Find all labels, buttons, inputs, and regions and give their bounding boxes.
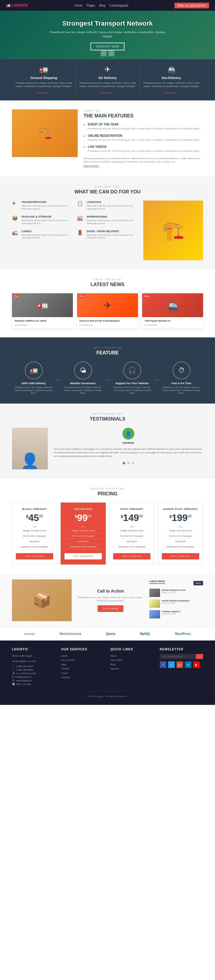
service-title: Ground Shipping bbox=[15, 76, 72, 80]
nav-blog[interactable]: Blog bbox=[99, 4, 106, 7]
nav-contact[interactable]: Contact/guard bbox=[109, 4, 128, 7]
news-card-2[interactable]: Blog ✈ IACULIS MOLESTIE SCELERISQUE In p… bbox=[77, 293, 138, 328]
testimonials-title: TESTIMONIALS bbox=[12, 416, 203, 422]
plan-price: $ 149 00 bbox=[113, 513, 151, 522]
dot-3[interactable] bbox=[132, 462, 134, 465]
service-read-more[interactable]: Read More › bbox=[101, 92, 114, 94]
pricing-fast: FAST FREIGHT $ 149 00 /mo Single Covered… bbox=[109, 503, 154, 565]
latest-item-image-2 bbox=[149, 600, 160, 608]
news-badge-2: Blog bbox=[78, 294, 85, 298]
plan-cta-button[interactable]: GET STARTED bbox=[64, 553, 102, 560]
google-plus-button[interactable]: g+ bbox=[176, 661, 183, 668]
service-read-more[interactable]: Read More › bbox=[165, 92, 178, 94]
cta-title: Call to Action bbox=[78, 589, 143, 593]
footer-hours: 🕐 Mon - Sunday bbox=[12, 683, 55, 686]
feature-3: Insurance bbox=[64, 539, 102, 544]
newsletter-email-input[interactable] bbox=[160, 654, 196, 659]
feature-2: Per Km Per Transport bbox=[64, 533, 102, 539]
boxes-image: 📦 bbox=[12, 579, 72, 621]
footer-address: Street 12/B Narges bbox=[12, 654, 55, 658]
feature-bar-title: FEATURE bbox=[12, 350, 203, 356]
cargo-icon: 🚛 bbox=[12, 230, 19, 240]
service-read-more[interactable]: Read More › bbox=[37, 92, 50, 94]
footer-email: ✉ info@logistic.pl bbox=[12, 676, 55, 678]
feature-item-title: ONLINE REGISTRATION bbox=[88, 134, 203, 137]
feature-1: Single Covered Truck bbox=[162, 528, 199, 533]
footer-quick-blog[interactable]: Blog bbox=[111, 663, 154, 667]
latest-item-date: June 12, 2016 bbox=[162, 591, 185, 593]
footer-link-about[interactable]: About bbox=[61, 654, 104, 658]
footer-link-blog[interactable]: Blog bbox=[61, 663, 104, 667]
latest-news-next-button[interactable]: Next bbox=[194, 581, 203, 585]
what-item-transportation: ✈ TRANSPORTATION Maecenas in ultricies p… bbox=[12, 200, 72, 210]
latest-item-date: June 12, 2016 bbox=[162, 602, 189, 604]
footer: LOGISTIC Street 12/B Narges South Narges… bbox=[0, 641, 215, 705]
dot-2[interactable] bbox=[127, 462, 130, 465]
hero-next-button[interactable]: › bbox=[108, 50, 114, 56]
footer-col-quick-links: QUICK LINKS About SSL Travel Blog Sponso… bbox=[111, 648, 154, 686]
footer-link-travel[interactable]: Travel bbox=[61, 671, 104, 675]
footer-link-services[interactable]: Our Services bbox=[61, 658, 104, 662]
what-item-title: PACKAGE & STORAGE bbox=[21, 215, 72, 218]
cta-description: Phasellus at nunc leo, integer mollis el… bbox=[78, 596, 143, 602]
what-item-title: CARGO bbox=[21, 230, 72, 233]
nav-links: Home Pages Blog Contact/guard bbox=[74, 4, 128, 7]
footer-link-contract[interactable]: Contract bbox=[61, 675, 104, 679]
feature-3: Insurance bbox=[16, 539, 53, 544]
newsletter-submit-button[interactable]: → bbox=[196, 654, 203, 659]
hero-prev-button[interactable]: ‹ bbox=[101, 50, 107, 56]
plan-price: $ 45 00 bbox=[16, 513, 53, 522]
pricing-basic: BASIC FREIGHT $ 45 00 /mo Single Covered… bbox=[12, 503, 57, 565]
plan-cta-button[interactable]: GET STARTED bbox=[162, 553, 199, 560]
footer-quick-sponsor[interactable]: Sponsor bbox=[111, 667, 154, 671]
footer-quick-about[interactable]: About bbox=[111, 654, 154, 658]
feature-list: EVENT OF THE YEAR Phasellus at nunc elit… bbox=[83, 123, 203, 153]
news-card-3[interactable]: New 🚢 TRISTIQUE MAGNA ET In consectetur bbox=[142, 293, 203, 328]
footer-services-title: OUR SERVICES bbox=[61, 648, 104, 651]
facebook-button[interactable]: f bbox=[160, 661, 166, 668]
what-title: WHAT WE CAN DO FOR YOU bbox=[12, 189, 203, 195]
feature-vehicles: 🎧 Support For Your Vehicles Phasellus at… bbox=[111, 361, 154, 395]
nav-logo[interactable]: 🚛 LOGISTIC bbox=[6, 3, 28, 8]
service-sea-delivery: 🚢 Sea Delivery Phasellus at nunc leo, in… bbox=[140, 65, 203, 94]
nav-pages[interactable]: Pages bbox=[87, 4, 95, 7]
feature-2: Per Km Per Transport bbox=[113, 533, 151, 539]
service-description: Phasellus at nunc leo, integer mollis el… bbox=[79, 81, 136, 88]
plan-features: Single Covered Truck Per Km Per Transpor… bbox=[16, 528, 53, 550]
nav-home[interactable]: Home bbox=[74, 4, 82, 7]
feature-weather: 🌤 Weather Insuarance Phasellus at nunc l… bbox=[61, 361, 104, 395]
weather-circle-icon: 🌤 bbox=[74, 361, 92, 379]
dot-1[interactable] bbox=[123, 462, 125, 465]
latest-item-title: Aenean tempus ac urna bbox=[162, 589, 185, 591]
price-dollar: $ bbox=[169, 514, 172, 519]
testimonial-text: There are many variations of passages of… bbox=[54, 447, 203, 458]
cta-button[interactable]: CLICK HERE bbox=[98, 605, 124, 612]
features-read-more[interactable]: READ MORE › bbox=[83, 164, 99, 167]
twitter-button[interactable]: t bbox=[168, 661, 175, 668]
footer-fax: 📠 (+1) 305-812-2234 bbox=[12, 672, 55, 675]
footer-quick-travel[interactable]: SSL Travel bbox=[111, 658, 154, 662]
feature-item-desc: Phasellus at nunc elit. Proin id elit qu… bbox=[88, 138, 203, 142]
plan-cta-button[interactable]: GET STARTED bbox=[16, 553, 53, 560]
avatar: 👤 bbox=[122, 428, 134, 440]
news-image-2: Blog ✈ bbox=[77, 293, 138, 317]
feature-3: Insurance bbox=[113, 539, 151, 544]
footer-link-tutorial[interactable]: Tutorial bbox=[61, 667, 104, 671]
news-card-1[interactable]: Blog 🚛 AENEAN TEMPUS AC URNA In consecte… bbox=[12, 293, 73, 328]
feature-item-title: EVENT OF THE YEAR bbox=[88, 123, 203, 126]
feature-on-time: ⏱ Fast & On Time Phasellus at nunc leo, … bbox=[160, 361, 203, 395]
what-item-package: 📦 PACKAGE & STORAGE Maecenas in ultricie… bbox=[12, 215, 72, 225]
news-title: LATEST NEWS bbox=[12, 282, 203, 287]
hero-cta-button[interactable]: CONTACT NOW bbox=[90, 43, 125, 50]
latest-item-2[interactable]: Iaculis molestie scelerisque June 12, 20… bbox=[149, 600, 203, 608]
pricing-section: CHOOSE YOUR PLAN PRICING BASIC FREIGHT $… bbox=[0, 478, 215, 573]
news-section: FROM THE BLOG LATEST NEWS Blog 🚛 AENEAN … bbox=[0, 269, 215, 337]
youtube-button[interactable]: ▶ bbox=[193, 661, 200, 668]
linkedin-button[interactable]: in bbox=[185, 661, 191, 668]
appointment-button[interactable]: Make an appointment bbox=[174, 3, 209, 8]
pricing-tag: CHOOSE YOUR PLAN bbox=[12, 487, 203, 490]
latest-item-3[interactable]: Tristique magna et June 12, 2016 bbox=[149, 610, 203, 619]
latest-item-1[interactable]: Aenean tempus ac urna June 12, 2016 bbox=[149, 589, 203, 597]
plan-cta-button[interactable]: GET STARTED bbox=[113, 553, 151, 560]
features-title: THE MAIN FEATURES bbox=[83, 113, 203, 119]
